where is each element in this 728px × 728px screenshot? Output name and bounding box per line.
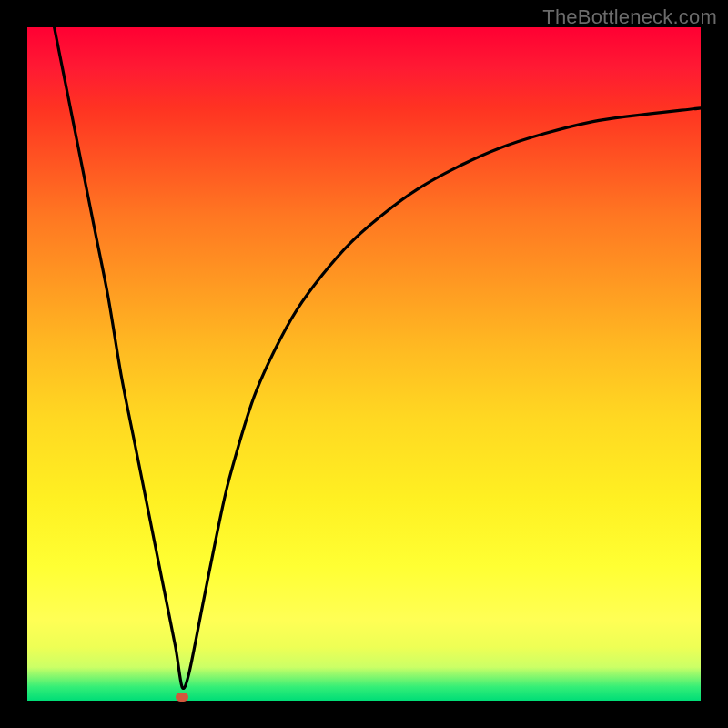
chart-frame: TheBottleneck.com [0,0,728,728]
watermark-text: TheBottleneck.com [542,5,717,29]
curve-svg [27,27,701,701]
min-marker [176,693,188,702]
bottleneck-curve [55,27,701,688]
plot-area [27,27,701,701]
